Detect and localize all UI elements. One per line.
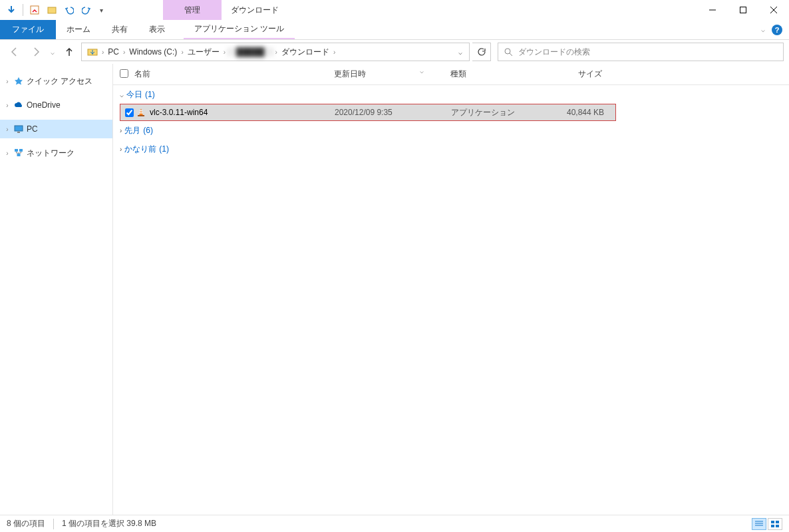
svg-rect-9 [17,154,21,156]
chevron-right-icon[interactable]: › [4,126,11,133]
sidebar: › クイック アクセス › OneDrive › PC › [0,64,113,515]
properties-icon[interactable] [27,3,42,17]
chevron-right-icon[interactable]: › [222,49,227,56]
sidebar-label: OneDrive [27,100,61,110]
tab-view[interactable]: 表示 [138,20,176,39]
svg-rect-1 [48,7,56,13]
redo-icon[interactable] [79,3,94,17]
column-type[interactable]: 種類 [450,68,544,80]
undo-icon[interactable] [62,3,77,17]
back-button[interactable] [5,43,24,61]
forward-button[interactable] [27,43,45,61]
window-controls [697,0,789,20]
status-item-count: 8 個の項目 [7,518,45,529]
down-arrow-icon[interactable] [4,3,19,17]
customize-qat-dropdown[interactable]: ▾ [96,3,106,17]
group-today[interactable]: ⌵ 今日 (1) [113,85,789,104]
sidebar-item-onedrive[interactable]: › OneDrive [0,96,112,114]
group-count: (1) [145,90,155,99]
search-box[interactable]: ダウンロードの検索 [498,43,784,61]
svg-rect-7 [15,149,18,152]
expand-ribbon-icon[interactable]: ⌵ [761,26,765,33]
chevron-right-icon[interactable]: › [332,49,337,56]
statusbar: 8 個の項目 1 個の項目を選択 39.8 MB [0,515,789,532]
svg-rect-8 [19,149,23,152]
svg-rect-16 [776,525,779,527]
chevron-right-icon[interactable]: › [4,150,11,157]
help-icon[interactable]: ? [772,25,782,35]
group-long-ago[interactable]: › かなり前 (1) [113,140,789,158]
chevron-right-icon: › [120,146,122,153]
minimize-button[interactable] [697,0,728,20]
crumb-downloads[interactable]: ダウンロード [279,47,332,58]
separator [23,4,23,16]
group-label: 先月 [124,125,140,136]
refresh-button[interactable] [472,43,491,61]
chevron-right-icon[interactable]: › [100,49,105,56]
crumb-users[interactable]: ユーザー [185,47,222,58]
chevron-down-icon: ⌵ [420,67,424,74]
window-title: ダウンロード [222,0,279,20]
network-icon [13,148,24,158]
file-name: vlc-3.0.11-win64 [147,108,335,117]
svg-point-4 [505,49,510,54]
chevron-right-icon[interactable]: › [122,49,126,56]
crumb-username[interactable]: █████ [227,47,274,57]
chevron-right-icon[interactable]: › [274,49,279,56]
file-row[interactable]: vlc-3.0.11-win64 2020/12/09 9:35 アプリケーショ… [120,104,616,121]
ribbon-tabs: ファイル ホーム 共有 表示 アプリケーション ツール ⌵ ? [0,20,789,40]
details-view-button[interactable] [752,518,766,530]
contextual-tab-label: 管理 [163,0,222,20]
group-last-month[interactable]: › 先月 (6) [113,121,789,140]
row-checkbox[interactable] [120,108,135,117]
search-placeholder: ダウンロードの検索 [518,47,590,58]
column-size[interactable]: サイズ [544,68,610,80]
file-type: アプリケーション [451,107,544,118]
svg-rect-5 [15,126,23,131]
tab-file[interactable]: ファイル [0,20,56,39]
star-icon [13,76,24,86]
view-switcher [752,518,782,530]
ribbon-right: ⌵ ? [761,20,789,39]
crumb-drive[interactable]: Windows (C:) [126,47,180,57]
titlebar-center: 管理 ダウンロード [110,0,697,20]
close-button[interactable] [758,0,789,20]
content: 名前 更新日時⌵ 種類 サイズ ⌵ 今日 (1) vlc-3.0.11-win6… [113,64,789,515]
svg-rect-12 [140,112,143,114]
address-bar[interactable]: › PC › Windows (C:) › ユーザー › █████ › ダウン… [81,43,470,61]
sidebar-item-network[interactable]: › ネットワーク [0,144,112,162]
chevron-right-icon: › [120,127,122,134]
svg-rect-11 [140,110,142,112]
recent-dropdown[interactable]: ⌵ [48,43,57,61]
file-size: 40,844 KB [544,108,611,117]
titlebar: ▾ 管理 ダウンロード [0,0,789,20]
monitor-icon [13,124,24,134]
chevron-right-icon[interactable]: › [180,49,184,56]
tab-app-tools[interactable]: アプリケーション ツール [184,20,295,39]
sidebar-item-pc[interactable]: › PC [0,120,112,138]
up-button[interactable] [60,43,79,61]
select-all-checkbox[interactable] [120,69,134,80]
svg-rect-2 [740,7,746,13]
column-name[interactable]: 名前 [134,68,334,80]
sidebar-label: クイック アクセス [27,76,92,87]
main: › クイック アクセス › OneDrive › PC › [0,64,789,515]
svg-rect-6 [17,132,20,133]
maximize-button[interactable] [728,0,758,20]
new-folder-icon[interactable] [45,3,59,17]
sidebar-item-quick-access[interactable]: › クイック アクセス [0,72,112,90]
column-date[interactable]: 更新日時⌵ [334,68,450,80]
tab-share[interactable]: 共有 [101,20,138,39]
vlc-cone-icon [135,108,147,117]
sidebar-label: ネットワーク [27,148,75,159]
svg-rect-13 [771,521,774,523]
crumb-pc[interactable]: PC [105,47,122,57]
chevron-right-icon[interactable]: › [4,102,11,109]
quick-access-toolbar: ▾ [0,0,110,20]
chevron-right-icon[interactable]: › [4,78,11,85]
icons-view-button[interactable] [768,518,782,530]
tab-home[interactable]: ホーム [56,20,101,39]
address-dropdown[interactable]: ⌵ [454,49,466,56]
group-label: 今日 [126,89,142,100]
file-date: 2020/12/09 9:35 [335,108,451,117]
